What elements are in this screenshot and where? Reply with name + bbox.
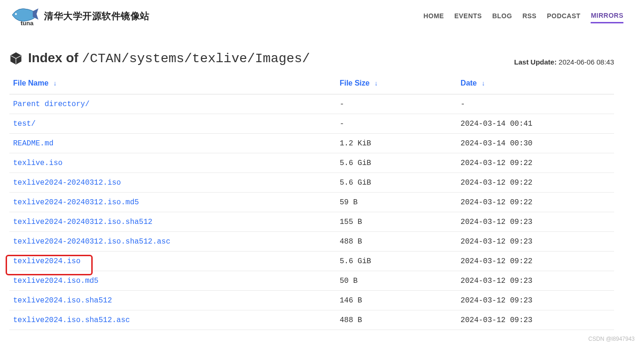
table-row: texlive2024.iso.sha512.asc488 B2024-03-1… <box>9 310 614 330</box>
file-size: 155 B <box>336 212 457 232</box>
file-date: 2024-03-12 09:22 <box>457 193 614 212</box>
table-row: texlive2024.iso.md550 B2024-03-12 09:23 <box>9 271 614 291</box>
sort-arrow-icon: ↓ <box>374 79 378 87</box>
file-date: 2024-03-12 09:23 <box>457 291 614 310</box>
file-size: 50 B <box>336 271 457 291</box>
nav-rss[interactable]: RSS <box>522 9 536 22</box>
nav-blog[interactable]: BLOG <box>492 9 512 22</box>
file-size: 5.6 GiB <box>336 173 457 193</box>
file-link[interactable]: texlive2024.iso.sha512.asc <box>13 316 130 324</box>
nav-events[interactable]: EVENTS <box>454 9 482 22</box>
page-heading-row: Index of /CTAN/systems/texlive/Images/ L… <box>9 50 635 66</box>
file-date: - <box>457 94 614 114</box>
file-size: 5.6 GiB <box>336 153 457 173</box>
table-row: Parent directory/-- <box>9 94 614 114</box>
table-row: texlive2024-20240312.iso.sha512155 B2024… <box>9 212 614 232</box>
file-size: 488 B <box>336 232 457 252</box>
nav-home[interactable]: HOME <box>424 9 444 22</box>
nav-podcast[interactable]: PODCAST <box>547 9 580 22</box>
nav-mirrors[interactable]: MIRRORS <box>591 9 623 23</box>
file-link[interactable]: texlive2024-20240312.iso.sha512 <box>13 218 153 226</box>
brand: tuna 清华大学开源软件镜像站 <box>9 5 150 27</box>
file-table: File Name ↓ File Size ↓ Date ↓ Parent di… <box>9 74 614 330</box>
file-date: 2024-03-12 09:23 <box>457 212 614 232</box>
content: Index of /CTAN/systems/texlive/Images/ L… <box>0 32 644 330</box>
svg-text:tuna: tuna <box>21 20 34 27</box>
table-row: README.md1.2 KiB2024-03-14 00:30 <box>9 134 614 153</box>
file-size: 5.6 GiB <box>336 252 457 271</box>
file-size: 59 B <box>336 193 457 212</box>
file-date: 2024-03-12 09:22 <box>457 153 614 173</box>
site-title: 清华大学开源软件镜像站 <box>44 10 150 22</box>
file-date: 2024-03-12 09:23 <box>457 310 614 330</box>
sort-arrow-icon: ↓ <box>482 79 485 87</box>
breadcrumb-path: /CTAN/systems/texlive/Images/ <box>82 51 310 66</box>
col-header-name[interactable]: File Name ↓ <box>9 74 336 94</box>
table-row: texlive2024.iso5.6 GiB2024-03-12 09:22 <box>9 252 614 271</box>
file-link[interactable]: texlive2024-20240312.iso.sha512.asc <box>13 237 170 246</box>
file-link[interactable]: texlive2024.iso <box>13 257 80 266</box>
title-prefix: Index of <box>28 50 82 65</box>
tuna-logo[interactable]: tuna <box>9 5 39 27</box>
file-link[interactable]: Parent directory/ <box>13 100 89 108</box>
page-title: Index of /CTAN/systems/texlive/Images/ <box>9 50 310 66</box>
last-update: Last Update: 2024-06-06 08:43 <box>514 58 635 66</box>
table-row: texlive2024-20240312.iso5.6 GiB2024-03-1… <box>9 173 614 193</box>
svg-point-0 <box>15 13 17 15</box>
file-size: 146 B <box>336 291 457 310</box>
file-date: 2024-03-12 09:22 <box>457 252 614 271</box>
table-row: test/-2024-03-14 00:41 <box>9 114 614 134</box>
watermark: CSDN @l8947943 <box>588 336 635 342</box>
package-icon <box>9 52 22 65</box>
site-header: tuna 清华大学开源软件镜像站 HOME EVENTS BLOG RSS PO… <box>0 0 644 32</box>
table-row: texlive2024-20240312.iso.sha512.asc488 B… <box>9 232 614 252</box>
file-size: - <box>336 114 457 134</box>
file-date: 2024-03-12 09:23 <box>457 232 614 252</box>
file-link[interactable]: texlive2024.iso.md5 <box>13 277 98 285</box>
file-link[interactable]: test/ <box>13 120 36 128</box>
file-link[interactable]: texlive2024-20240312.iso.md5 <box>13 198 139 207</box>
col-header-date[interactable]: Date ↓ <box>457 74 614 94</box>
file-date: 2024-03-12 09:23 <box>457 271 614 291</box>
table-row: texlive2024-20240312.iso.md559 B2024-03-… <box>9 193 614 212</box>
file-link[interactable]: texlive2024.iso.sha512 <box>13 296 112 305</box>
last-update-label: Last Update: <box>514 58 557 66</box>
sort-arrow-icon: ↓ <box>53 79 57 87</box>
file-size: - <box>336 94 457 114</box>
last-update-value: 2024-06-06 08:43 <box>559 58 614 66</box>
file-date: 2024-03-12 09:22 <box>457 173 614 193</box>
table-row: texlive.iso5.6 GiB2024-03-12 09:22 <box>9 153 614 173</box>
col-header-size[interactable]: File Size ↓ <box>336 74 457 94</box>
file-size: 1.2 KiB <box>336 134 457 153</box>
file-date: 2024-03-14 00:41 <box>457 114 614 134</box>
file-link[interactable]: texlive.iso <box>13 159 63 167</box>
table-row: texlive2024.iso.sha512146 B2024-03-12 09… <box>9 291 614 310</box>
file-link[interactable]: texlive2024-20240312.iso <box>13 179 121 187</box>
file-size: 488 B <box>336 310 457 330</box>
file-link[interactable]: README.md <box>13 139 53 148</box>
file-date: 2024-03-14 00:30 <box>457 134 614 153</box>
main-nav: HOME EVENTS BLOG RSS PODCAST MIRRORS <box>424 9 623 23</box>
